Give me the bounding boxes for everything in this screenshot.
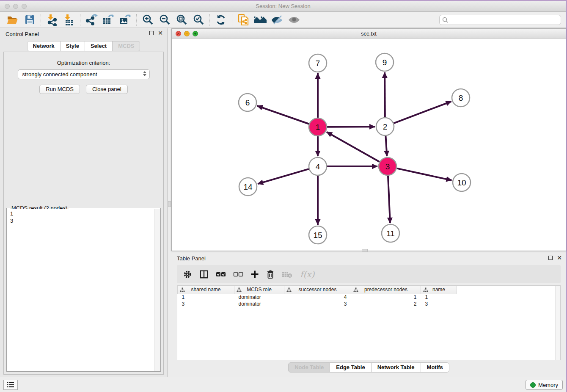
close-table-panel-icon[interactable]: ✕ xyxy=(557,256,562,260)
zoom-fit-button[interactable] xyxy=(173,13,190,27)
memory-button[interactable]: Memory xyxy=(526,380,563,390)
splitter-handle-horizontal[interactable] xyxy=(362,249,368,252)
column-type-icon xyxy=(237,287,242,293)
column-header-predecessor-nodes[interactable]: predecessor nodes xyxy=(351,286,421,294)
delete-column-button[interactable] xyxy=(266,270,275,279)
table-cell[interactable]: 3 xyxy=(284,301,351,307)
graph-edge-2-3[interactable] xyxy=(385,136,387,156)
graph-node-label-7: 7 xyxy=(316,59,320,68)
show-columns-button[interactable] xyxy=(199,270,209,279)
column-type-icon xyxy=(180,287,185,293)
column-header-MCDS-role[interactable]: MCDS role xyxy=(234,286,284,294)
search-field[interactable] xyxy=(439,15,561,25)
graph-edge-2-8[interactable] xyxy=(394,102,451,124)
network-window-titlebar[interactable]: ✕ − + scc.txt xyxy=(172,29,566,39)
import-network-button[interactable] xyxy=(44,13,61,27)
zoom-selected-button[interactable] xyxy=(190,13,207,27)
table-cell[interactable]: 1 xyxy=(351,294,421,301)
houses-icon xyxy=(253,15,267,25)
network-canvas[interactable]: 7968124314101511 xyxy=(172,39,566,251)
tab-network-table[interactable]: Network Table xyxy=(372,362,421,373)
tab-node-table[interactable]: Node Table xyxy=(288,362,330,373)
graph-edge-3-1[interactable] xyxy=(327,132,380,162)
clone-network-button[interactable] xyxy=(235,13,252,27)
zoom-out-button[interactable] xyxy=(156,13,173,27)
control-panel-title: Control Panel xyxy=(6,31,39,37)
dropdown-arrows-icon xyxy=(143,71,146,76)
tab-network[interactable]: Network xyxy=(27,41,61,51)
graph-node-label-3: 3 xyxy=(385,162,390,171)
export-network-button[interactable] xyxy=(83,13,100,27)
graph-node-label-4: 4 xyxy=(316,162,320,171)
splitter-handle-vertical[interactable] xyxy=(168,201,171,207)
add-column-button[interactable] xyxy=(250,270,259,279)
eye-slash-icon xyxy=(271,15,284,25)
graph-edge-3-11[interactable] xyxy=(388,176,390,223)
search-input[interactable] xyxy=(450,17,558,23)
deselect-all-columns-button[interactable] xyxy=(233,271,243,278)
node-table-grid[interactable]: shared nameMCDS rolesuccessor nodesprede… xyxy=(177,286,457,307)
table-cell[interactable]: 3 xyxy=(421,301,457,307)
graph-node-label-10: 10 xyxy=(457,178,466,187)
column-header-name[interactable]: name xyxy=(421,286,457,294)
show-panels-button[interactable] xyxy=(3,380,18,390)
hide-panel-button[interactable] xyxy=(269,13,286,27)
table-cell[interactable]: dominator xyxy=(234,301,284,307)
show-eye-button[interactable] xyxy=(286,13,303,27)
float-table-panel-icon[interactable] xyxy=(548,256,553,260)
open-file-button[interactable] xyxy=(4,13,21,27)
titlebar: Session: New Session xyxy=(0,1,566,12)
graph-edge-2-9[interactable] xyxy=(385,72,385,117)
criterion-dropdown[interactable]: strongly connected component xyxy=(18,69,150,79)
table-cell[interactable]: 3 xyxy=(178,301,234,307)
table-scrollbar[interactable] xyxy=(555,286,560,360)
table-cell[interactable]: 4 xyxy=(284,294,351,301)
table-cell[interactable]: 1 xyxy=(178,294,234,301)
zoom-in-button[interactable] xyxy=(139,13,156,27)
graph-edge-4-14[interactable] xyxy=(258,169,309,184)
column-header-shared-name[interactable]: shared name xyxy=(178,286,234,294)
refresh-icon xyxy=(215,14,226,25)
tab-mcds[interactable]: MCDS xyxy=(113,41,140,51)
save-session-button[interactable] xyxy=(21,13,38,27)
application-window: Session: New Session xyxy=(0,1,566,392)
close-panel-button[interactable]: Close panel xyxy=(86,85,128,94)
graph-node-label-1: 1 xyxy=(316,123,320,132)
run-mcds-button[interactable]: Run MCDS xyxy=(39,85,80,94)
float-panel-icon[interactable] xyxy=(149,31,154,35)
control-panel-header: Control Panel ✕ xyxy=(0,28,167,39)
table-settings-button[interactable] xyxy=(183,270,192,279)
column-header-successor-nodes[interactable]: successor nodes xyxy=(284,286,351,294)
memory-status-icon xyxy=(530,382,536,388)
network-view-window: ✕ − + scc.txt 7968124314101511 xyxy=(171,28,566,251)
graph-node-label-9: 9 xyxy=(383,58,387,67)
window-title: Session: New Session xyxy=(0,3,566,9)
close-panel-icon[interactable]: ✕ xyxy=(158,31,163,35)
graph-edge-1-6[interactable] xyxy=(257,106,309,124)
toolbar-separator xyxy=(209,14,210,26)
graph-edge-3-10[interactable] xyxy=(396,168,451,180)
show-all-networks-button[interactable] xyxy=(252,13,269,27)
import-table-button[interactable] xyxy=(61,13,77,27)
graph-node-label-6: 6 xyxy=(245,98,250,107)
tab-edge-table[interactable]: Edge Table xyxy=(330,362,371,373)
table-cell[interactable]: 1 xyxy=(421,294,457,301)
apply-layout-button[interactable] xyxy=(212,13,229,27)
tab-select[interactable]: Select xyxy=(85,41,113,51)
result-scrollbar[interactable] xyxy=(154,209,160,371)
select-all-columns-button[interactable] xyxy=(216,271,226,278)
save-icon xyxy=(25,14,35,25)
export-image-button[interactable] xyxy=(117,13,134,27)
plus-icon xyxy=(250,270,259,279)
tab-style[interactable]: Style xyxy=(61,41,85,51)
table-cell[interactable]: dominator xyxy=(234,294,284,301)
table-row[interactable]: 3dominator323 xyxy=(178,301,457,307)
table-cell[interactable]: 2 xyxy=(351,301,421,307)
network-graph[interactable]: 7968124314101511 xyxy=(172,39,566,251)
graph-edge-1-2[interactable] xyxy=(327,127,375,127)
export-table-button[interactable] xyxy=(100,13,117,27)
table-row[interactable]: 1dominator411 xyxy=(178,294,457,301)
tab-motifs[interactable]: Motifs xyxy=(421,362,449,373)
open-folder-icon xyxy=(7,14,19,25)
control-panel: Control Panel ✕ Network Style Select MCD… xyxy=(0,28,168,378)
